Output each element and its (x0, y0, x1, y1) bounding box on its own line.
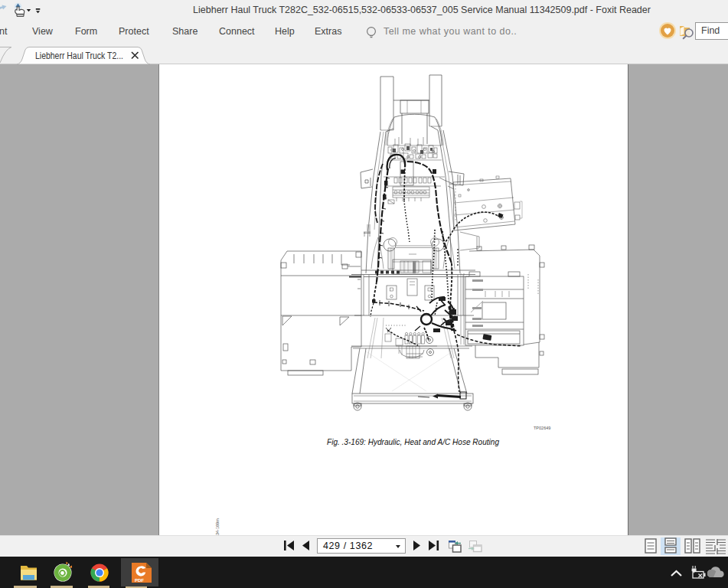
svg-text:PDF: PDF (135, 578, 144, 583)
svg-text:34-169m: 34-169m (215, 518, 220, 535)
svg-text:Fig. .3-169: Hydraulic, Heat a: Fig. .3-169: Hydraulic, Heat and A/C Hos… (327, 437, 500, 446)
svg-text:TP02649: TP02649 (534, 426, 550, 430)
svg-text:Liebherr Haul Truck T2...: Liebherr Haul Truck T2... (35, 51, 123, 61)
